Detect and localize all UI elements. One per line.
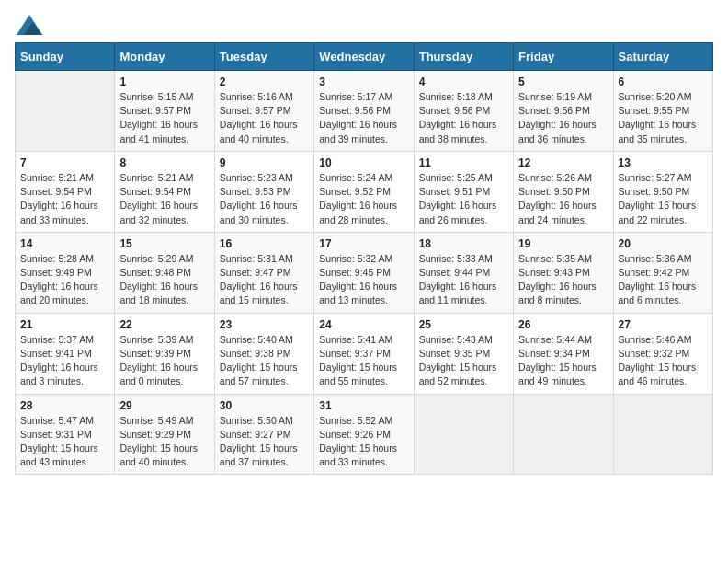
calendar-cell xyxy=(16,71,115,152)
day-number: 14 xyxy=(20,237,109,250)
day-number: 26 xyxy=(518,318,608,331)
calendar-cell: 23Sunrise: 5:40 AM Sunset: 9:38 PM Dayli… xyxy=(214,313,313,394)
day-info: Sunrise: 5:52 AM Sunset: 9:26 PM Dayligh… xyxy=(319,414,408,470)
calendar-week-row: 1Sunrise: 5:15 AM Sunset: 9:57 PM Daylig… xyxy=(16,71,713,152)
day-number: 19 xyxy=(518,237,608,250)
calendar-cell: 26Sunrise: 5:44 AM Sunset: 9:34 PM Dayli… xyxy=(514,313,613,394)
day-number: 8 xyxy=(119,156,209,169)
day-info: Sunrise: 5:31 AM Sunset: 9:47 PM Dayligh… xyxy=(220,252,309,308)
day-info: Sunrise: 5:37 AM Sunset: 9:41 PM Dayligh… xyxy=(20,333,109,389)
day-number: 5 xyxy=(518,75,608,88)
day-info: Sunrise: 5:25 AM Sunset: 9:51 PM Dayligh… xyxy=(419,171,508,227)
day-info: Sunrise: 5:39 AM Sunset: 9:39 PM Dayligh… xyxy=(119,333,209,389)
day-number: 3 xyxy=(319,75,408,88)
day-number: 27 xyxy=(619,318,708,331)
day-info: Sunrise: 5:23 AM Sunset: 9:53 PM Dayligh… xyxy=(220,171,309,227)
day-number: 13 xyxy=(619,156,708,169)
calendar-cell: 19Sunrise: 5:35 AM Sunset: 9:43 PM Dayli… xyxy=(514,232,613,313)
calendar-cell: 31Sunrise: 5:52 AM Sunset: 9:26 PM Dayli… xyxy=(314,394,414,475)
calendar-cell: 7Sunrise: 5:21 AM Sunset: 9:54 PM Daylig… xyxy=(16,151,115,232)
calendar-cell: 2Sunrise: 5:16 AM Sunset: 9:57 PM Daylig… xyxy=(214,71,313,152)
day-info: Sunrise: 5:44 AM Sunset: 9:34 PM Dayligh… xyxy=(518,333,608,389)
day-info: Sunrise: 5:41 AM Sunset: 9:37 PM Dayligh… xyxy=(319,333,408,389)
calendar-cell: 3Sunrise: 5:17 AM Sunset: 9:56 PM Daylig… xyxy=(314,71,414,152)
day-number: 24 xyxy=(319,318,408,331)
day-number: 22 xyxy=(119,318,209,331)
day-number: 10 xyxy=(319,156,408,169)
calendar-week-row: 14Sunrise: 5:28 AM Sunset: 9:49 PM Dayli… xyxy=(16,232,713,313)
calendar-cell: 20Sunrise: 5:36 AM Sunset: 9:42 PM Dayli… xyxy=(613,232,712,313)
day-info: Sunrise: 5:27 AM Sunset: 9:50 PM Dayligh… xyxy=(619,171,708,227)
calendar-cell: 28Sunrise: 5:47 AM Sunset: 9:31 PM Dayli… xyxy=(16,394,115,475)
day-info: Sunrise: 5:32 AM Sunset: 9:45 PM Dayligh… xyxy=(319,252,408,308)
column-header-tuesday: Tuesday xyxy=(214,43,313,71)
calendar-cell: 4Sunrise: 5:18 AM Sunset: 9:56 PM Daylig… xyxy=(414,71,513,152)
day-number: 9 xyxy=(220,156,309,169)
calendar-cell: 6Sunrise: 5:20 AM Sunset: 9:55 PM Daylig… xyxy=(613,71,712,152)
day-number: 7 xyxy=(20,156,109,169)
column-header-thursday: Thursday xyxy=(414,43,513,71)
calendar-cell: 8Sunrise: 5:21 AM Sunset: 9:54 PM Daylig… xyxy=(115,151,214,232)
calendar-cell: 30Sunrise: 5:50 AM Sunset: 9:27 PM Dayli… xyxy=(214,394,313,475)
day-info: Sunrise: 5:21 AM Sunset: 9:54 PM Dayligh… xyxy=(119,171,209,227)
day-number: 21 xyxy=(20,318,109,331)
day-number: 12 xyxy=(518,156,608,169)
day-info: Sunrise: 5:16 AM Sunset: 9:57 PM Dayligh… xyxy=(220,90,309,146)
day-info: Sunrise: 5:43 AM Sunset: 9:35 PM Dayligh… xyxy=(419,333,508,389)
calendar-week-row: 28Sunrise: 5:47 AM Sunset: 9:31 PM Dayli… xyxy=(16,394,713,475)
logo xyxy=(15,15,42,35)
calendar-cell: 9Sunrise: 5:23 AM Sunset: 9:53 PM Daylig… xyxy=(214,151,313,232)
day-number: 29 xyxy=(119,399,209,412)
calendar-cell: 18Sunrise: 5:33 AM Sunset: 9:44 PM Dayli… xyxy=(414,232,513,313)
day-number: 23 xyxy=(220,318,309,331)
calendar-cell: 13Sunrise: 5:27 AM Sunset: 9:50 PM Dayli… xyxy=(613,151,712,232)
day-info: Sunrise: 5:24 AM Sunset: 9:52 PM Dayligh… xyxy=(319,171,408,227)
day-info: Sunrise: 5:40 AM Sunset: 9:38 PM Dayligh… xyxy=(220,333,309,389)
calendar-cell: 29Sunrise: 5:49 AM Sunset: 9:29 PM Dayli… xyxy=(115,394,214,475)
calendar-cell: 22Sunrise: 5:39 AM Sunset: 9:39 PM Dayli… xyxy=(115,313,214,394)
page-header xyxy=(15,15,713,35)
day-number: 2 xyxy=(220,75,309,88)
day-number: 11 xyxy=(419,156,508,169)
calendar-week-row: 7Sunrise: 5:21 AM Sunset: 9:54 PM Daylig… xyxy=(16,151,713,232)
day-info: Sunrise: 5:47 AM Sunset: 9:31 PM Dayligh… xyxy=(20,414,109,470)
day-number: 16 xyxy=(220,237,309,250)
calendar-cell xyxy=(613,394,712,475)
logo-icon xyxy=(17,15,42,35)
column-header-sunday: Sunday xyxy=(16,43,115,71)
calendar-cell: 27Sunrise: 5:46 AM Sunset: 9:32 PM Dayli… xyxy=(613,313,712,394)
day-number: 1 xyxy=(119,75,209,88)
calendar-cell: 16Sunrise: 5:31 AM Sunset: 9:47 PM Dayli… xyxy=(214,232,313,313)
day-info: Sunrise: 5:26 AM Sunset: 9:50 PM Dayligh… xyxy=(518,171,608,227)
calendar-cell: 25Sunrise: 5:43 AM Sunset: 9:35 PM Dayli… xyxy=(414,313,513,394)
calendar-cell: 11Sunrise: 5:25 AM Sunset: 9:51 PM Dayli… xyxy=(414,151,513,232)
day-info: Sunrise: 5:28 AM Sunset: 9:49 PM Dayligh… xyxy=(20,252,109,308)
day-info: Sunrise: 5:35 AM Sunset: 9:43 PM Dayligh… xyxy=(518,252,608,308)
calendar-cell xyxy=(514,394,613,475)
calendar-cell: 1Sunrise: 5:15 AM Sunset: 9:57 PM Daylig… xyxy=(115,71,214,152)
day-number: 18 xyxy=(419,237,508,250)
day-info: Sunrise: 5:46 AM Sunset: 9:32 PM Dayligh… xyxy=(619,333,708,389)
calendar-header-row: SundayMondayTuesdayWednesdayThursdayFrid… xyxy=(16,43,713,71)
calendar-cell: 12Sunrise: 5:26 AM Sunset: 9:50 PM Dayli… xyxy=(514,151,613,232)
day-number: 15 xyxy=(119,237,209,250)
calendar-cell xyxy=(414,394,513,475)
calendar-cell: 17Sunrise: 5:32 AM Sunset: 9:45 PM Dayli… xyxy=(314,232,414,313)
column-header-saturday: Saturday xyxy=(613,43,712,71)
day-info: Sunrise: 5:21 AM Sunset: 9:54 PM Dayligh… xyxy=(20,171,109,227)
calendar-cell: 21Sunrise: 5:37 AM Sunset: 9:41 PM Dayli… xyxy=(16,313,115,394)
day-info: Sunrise: 5:33 AM Sunset: 9:44 PM Dayligh… xyxy=(419,252,508,308)
day-info: Sunrise: 5:20 AM Sunset: 9:55 PM Dayligh… xyxy=(619,90,708,146)
day-number: 30 xyxy=(220,399,309,412)
calendar-cell: 15Sunrise: 5:29 AM Sunset: 9:48 PM Dayli… xyxy=(115,232,214,313)
day-number: 25 xyxy=(419,318,508,331)
day-number: 17 xyxy=(319,237,408,250)
day-number: 20 xyxy=(619,237,708,250)
day-info: Sunrise: 5:50 AM Sunset: 9:27 PM Dayligh… xyxy=(220,414,309,470)
calendar-week-row: 21Sunrise: 5:37 AM Sunset: 9:41 PM Dayli… xyxy=(16,313,713,394)
column-header-monday: Monday xyxy=(115,43,214,71)
day-number: 6 xyxy=(619,75,708,88)
day-info: Sunrise: 5:49 AM Sunset: 9:29 PM Dayligh… xyxy=(119,414,209,470)
calendar-table: SundayMondayTuesdayWednesdayThursdayFrid… xyxy=(15,42,713,475)
column-header-friday: Friday xyxy=(514,43,613,71)
